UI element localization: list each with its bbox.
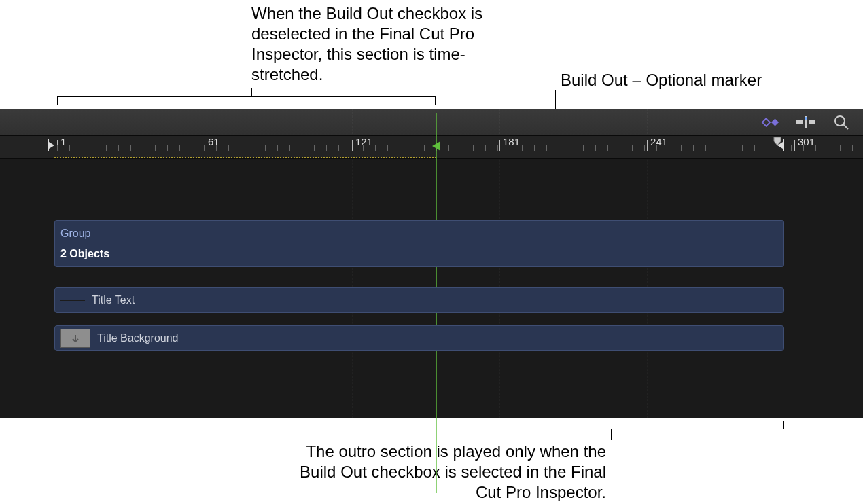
ruler-tick-minor — [730, 145, 730, 151]
ruler-tick-minor — [510, 145, 510, 151]
ruler-tick-minor — [632, 145, 633, 151]
ruler-tick-minor — [497, 145, 498, 151]
ruler-tick-minor — [216, 145, 217, 151]
ruler-tick-minor — [338, 145, 339, 151]
ruler-tick-minor — [241, 145, 241, 151]
ruler-tick-minor — [363, 145, 364, 151]
ruler-tick-minor — [473, 145, 474, 151]
ruler-tick-minor — [424, 145, 425, 151]
ruler-tick-major: 61 — [205, 140, 205, 151]
svg-rect-1 — [809, 120, 815, 124]
ruler-tick-minor — [852, 145, 853, 151]
ruler-tick-minor — [815, 145, 816, 151]
ruler-tick-minor — [840, 145, 841, 151]
clip-label: Title Background — [97, 332, 178, 344]
timeline-ruler[interactable]: 161121181241301 — [0, 136, 863, 159]
clip-label: Title Text — [92, 294, 135, 306]
build-out-marker-icon[interactable] — [429, 140, 442, 152]
ruler-tick-major: 301 — [794, 140, 795, 151]
title-text-clip[interactable]: Title Text — [54, 287, 784, 313]
svg-point-3 — [805, 117, 807, 120]
ruler-tick-minor — [571, 145, 571, 151]
ruler-tick-minor — [754, 145, 755, 151]
ruler-tick-minor — [326, 145, 327, 151]
ruler-tick-minor — [82, 145, 82, 151]
ruler-tick-minor — [620, 145, 620, 151]
callout-build-out-marker: Build Out – Optional marker — [561, 70, 762, 90]
svg-rect-0 — [796, 120, 803, 124]
ruler-tick-minor — [595, 145, 596, 151]
ruler-tick-minor — [400, 145, 400, 151]
ruler-tick-minor — [656, 145, 657, 151]
ruler-tick-minor — [546, 145, 547, 151]
ruler-tick-minor — [559, 145, 559, 151]
ruler-tick-minor — [693, 145, 694, 151]
ruler-tick-minor — [130, 145, 131, 151]
timeline-toolbar — [0, 109, 863, 136]
zoom-icon[interactable] — [832, 115, 851, 130]
title-background-clip[interactable]: Title Background — [54, 325, 784, 351]
play-range-indicator — [54, 157, 436, 158]
callout-time-stretch: When the Build Out checkbox is deselecte… — [251, 3, 503, 85]
ruler-tick-minor — [644, 145, 645, 151]
ruler-tick-minor — [375, 145, 376, 151]
svg-point-4 — [835, 116, 845, 126]
ruler-tick-minor — [522, 145, 523, 151]
ruler-tick-minor — [448, 145, 449, 151]
ruler-tick-minor — [155, 145, 156, 151]
ruler-tick-minor — [253, 145, 253, 151]
ruler-tick-minor — [69, 145, 70, 151]
ruler-tick-minor — [94, 145, 94, 151]
ruler-tick-minor — [192, 145, 192, 151]
ruler-tick-minor — [718, 145, 718, 151]
ruler-tick-minor — [265, 145, 266, 151]
in-point-icon[interactable] — [46, 139, 56, 151]
ruler-tick-minor — [669, 145, 669, 151]
ruler-tick-minor — [302, 145, 302, 151]
timeline-panel: 161121181241301 Group 2 Objects Title Te… — [0, 109, 863, 418]
ruler-tick-minor — [534, 145, 535, 151]
timeline-tracks: Group 2 Objects Title Text Title Backgro… — [0, 159, 863, 351]
ruler-tick-minor — [314, 145, 315, 151]
svg-line-5 — [843, 124, 848, 129]
leader — [611, 429, 612, 440]
ruler-tick-major: 241 — [647, 140, 648, 151]
ruler-tick-minor — [228, 145, 229, 151]
snap-icon[interactable] — [796, 115, 815, 130]
ruler-tick-minor — [705, 145, 706, 151]
group-label: Group — [60, 228, 90, 240]
ruler-tick-minor — [106, 145, 107, 151]
bg-thumb-icon — [60, 329, 90, 348]
ruler-tick-minor — [387, 145, 388, 151]
group-clip[interactable]: 2 Objects — [54, 241, 784, 267]
out-point-icon[interactable] — [772, 137, 786, 152]
ruler-tick-minor — [583, 145, 584, 151]
ruler-tick-minor — [204, 145, 205, 151]
ruler-tick-minor — [351, 145, 351, 151]
ruler-tick-minor — [461, 145, 461, 151]
keyframe-toggle-icon[interactable] — [761, 115, 780, 130]
ruler-tick-minor — [57, 145, 58, 151]
leader — [251, 88, 252, 96]
bracket-stretch — [57, 96, 436, 105]
ruler-tick-minor — [791, 145, 792, 151]
ruler-tick-minor — [828, 145, 828, 151]
text-thumb-icon — [60, 300, 85, 301]
ruler-tick-minor — [118, 145, 119, 151]
ruler-tick-minor — [289, 145, 290, 151]
ruler-tick-minor — [681, 145, 682, 151]
ruler-tick-minor — [179, 145, 180, 151]
ruler-tick-minor — [143, 145, 143, 151]
group-objects-label: 2 Objects — [60, 248, 109, 260]
ruler-tick-minor — [167, 145, 168, 151]
ruler-tick-minor — [767, 145, 767, 151]
ruler-tick-minor — [803, 145, 804, 151]
ruler-tick-major: 121 — [352, 140, 353, 151]
bracket-outro — [438, 421, 784, 429]
ruler-tick-minor — [742, 145, 743, 151]
callout-outro: The outro section is played only when th… — [273, 442, 606, 503]
ruler-tick-major: 181 — [499, 140, 500, 151]
ruler-tick-minor — [412, 145, 412, 151]
ruler-tick-minor — [607, 145, 608, 151]
ruler-tick-minor — [277, 145, 278, 151]
